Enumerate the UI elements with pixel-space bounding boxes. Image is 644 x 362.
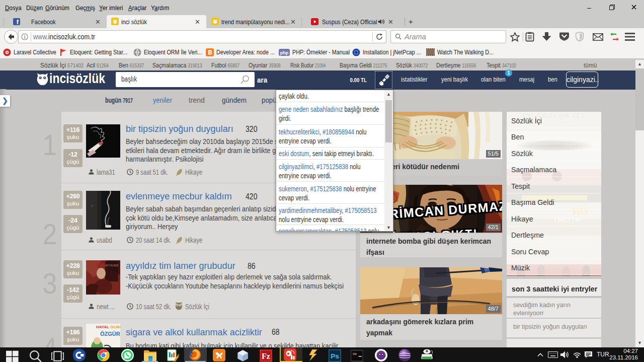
svg-text:php: php: [280, 50, 289, 55]
svg-text:Fz: Fz: [262, 352, 270, 360]
svg-text:ÖZGÜR OL: ÖZGÜR OL: [100, 331, 120, 337]
svg-text:HAYAL: HAYAL: [96, 325, 109, 329]
svg-text:Ps: Ps: [331, 352, 339, 360]
svg-text:f: f: [17, 18, 19, 25]
svg-text:AYYILDIZ: AYYILDIZ: [105, 264, 119, 267]
svg-text:OLMA: OLMA: [110, 325, 120, 329]
svg-text:DN: DN: [353, 352, 357, 356]
